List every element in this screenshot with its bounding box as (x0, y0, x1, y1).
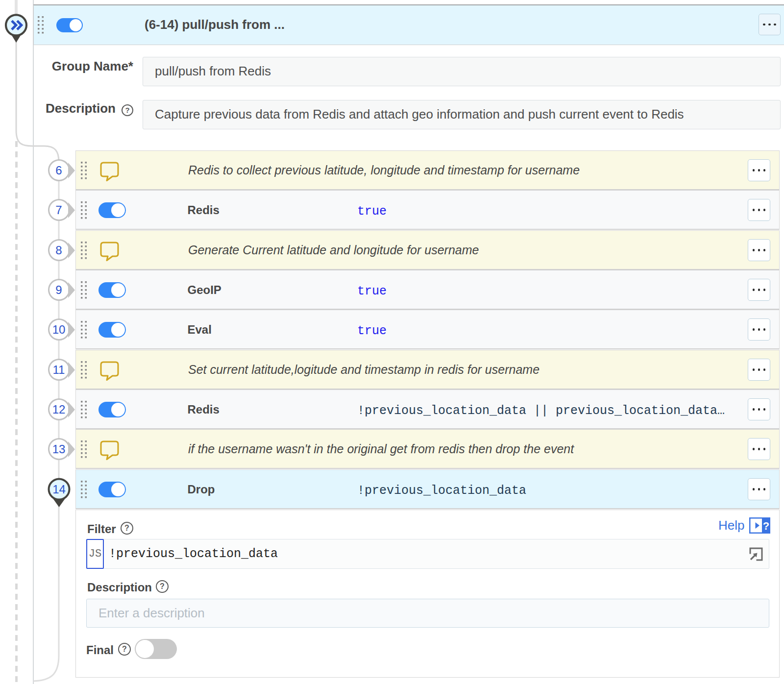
svg-text:?: ? (763, 520, 769, 532)
